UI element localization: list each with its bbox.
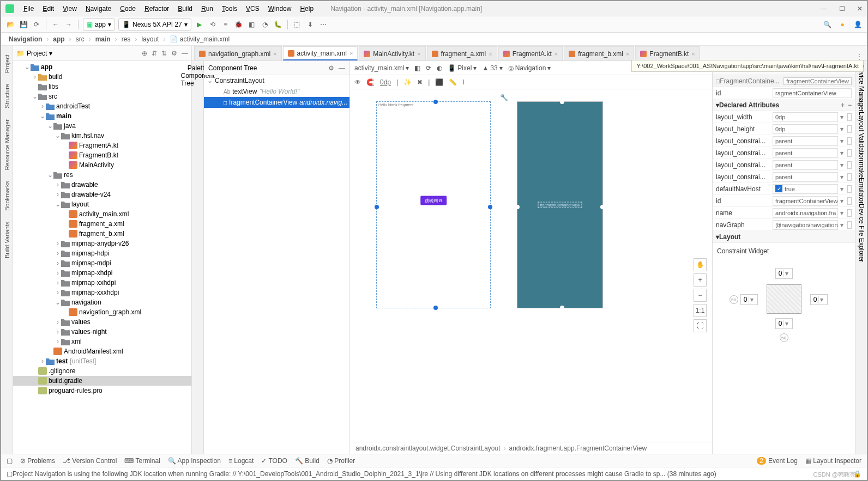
strip-build-variants[interactable]: Build Variants [4, 222, 10, 258]
theme-pill[interactable]: ◎ Navigation ▾ [508, 64, 551, 72]
tree-values[interactable]: ›values [13, 317, 191, 327]
crumb-res[interactable]: res [119, 35, 133, 43]
blueprint-preview[interactable]: fragmentContainerView [517, 101, 603, 308]
run-icon[interactable]: ▶ [195, 20, 204, 29]
search-icon[interactable]: 🔍 [822, 20, 832, 29]
section-layout[interactable]: ▾ Layout [713, 231, 855, 243]
strip-resource-manager[interactable]: Resource Manager [4, 119, 10, 171]
settings-icon[interactable]: ⚙ [171, 50, 177, 57]
tab-fragment_a.xml[interactable]: fragment_a.xml× [427, 46, 497, 60]
zoom-full-icon[interactable]: ⛶ [694, 319, 707, 332]
lcrumb-0[interactable]: androidx.constraintlayout.widget.Constra… [355, 445, 501, 452]
crumb-app[interactable]: app [51, 35, 67, 43]
crumb-layout[interactable]: layout [139, 35, 161, 43]
collapse-icon[interactable]: ⇅ [161, 50, 167, 57]
strip-bookmarks[interactable]: Bookmarks [4, 181, 10, 211]
attr-layout_height[interactable]: layout_height0dp▾ [713, 123, 855, 135]
attr-layout_constrai...[interactable]: layout_constrai...parent▾ [713, 135, 855, 147]
attr-layout_width[interactable]: layout_width0dp▾ [713, 111, 855, 123]
strip-device-file-explorer[interactable]: Device File Explorer [858, 204, 865, 262]
tree-test[interactable]: ›test[unitTest] [13, 356, 191, 366]
device-combo[interactable]: 📱Nexus 5X API 27▾ [118, 19, 191, 31]
debug-icon[interactable]: 🐞 [234, 20, 244, 29]
more-icon[interactable]: ⋯ [318, 20, 328, 29]
target-icon[interactable]: ⊕ [142, 50, 147, 57]
gear-icon[interactable]: ⚙ [328, 64, 334, 72]
file-pill[interactable]: activity_main.xml ▾ [354, 64, 409, 72]
crumb-main[interactable]: main [93, 35, 113, 43]
margin-pill[interactable]: 0dp [380, 78, 391, 86]
sync-icon[interactable]: ⟳ [32, 20, 41, 29]
minimize-icon[interactable]: — [821, 5, 827, 13]
menu-vcs[interactable]: VCS [242, 3, 263, 14]
constraint-widget[interactable]: Constraint Widget 0▾ 0▾ 0▾ 0▾ 50 50 [713, 243, 855, 454]
strip-project[interactable]: Project [4, 54, 10, 73]
clear-icon[interactable]: ✖ [417, 78, 423, 86]
ct-fragmentContainerView[interactable]: □fragmentContainerView androidx.navig... [204, 97, 349, 108]
device-pill[interactable]: 📱 Pixel ▾ [448, 64, 477, 72]
attr-navGraph[interactable]: navGraph@navigation/navigation▾ [713, 219, 855, 231]
close-tab-icon[interactable]: × [417, 51, 420, 57]
status-app-inspection[interactable]: 🔍 App Inspection [168, 457, 221, 465]
status-profiler[interactable]: ◔ Profiler [327, 457, 355, 465]
profile-icon[interactable]: ◔ [260, 20, 270, 29]
section-declared[interactable]: ▾ Declared Attributes +− [713, 99, 855, 111]
zoom-in-icon[interactable]: + [694, 273, 707, 287]
guideline-icon[interactable]: 📏 [449, 78, 457, 86]
tree-androidTest[interactable]: ›androidTest [13, 101, 191, 111]
menu-edit[interactable]: Edit [39, 3, 58, 14]
tree-values-night[interactable]: ›values-night [13, 327, 191, 337]
tree-FragmentB.kt[interactable]: FragmentB.kt [13, 150, 191, 160]
tab-MainActivity.kt[interactable]: MainActivity.kt× [359, 46, 425, 60]
status-build[interactable]: 🔨 Build [295, 457, 320, 465]
status-problems[interactable]: ⊘ Problems [20, 457, 55, 465]
attr-defaultNavHost[interactable]: defaultNavHost✓true▾ [713, 183, 855, 195]
add-icon[interactable]: + [841, 101, 845, 109]
tree-mipmap-mdpi[interactable]: ›mipmap-mdpi [13, 258, 191, 268]
sdk-icon[interactable]: ⬇ [305, 20, 315, 29]
status-icon[interactable]: ▢ [7, 470, 13, 478]
design-preview[interactable]: Hello blank fragment 跳转到 B [376, 101, 491, 308]
close-tab-icon[interactable]: × [273, 51, 276, 57]
run-config-combo[interactable]: ▣app▾ [83, 19, 115, 31]
magnet-icon[interactable]: 🧲 [366, 78, 375, 86]
tab-FragmentB.kt[interactable]: FragmentB.kt× [635, 46, 700, 60]
crumb-src[interactable]: src [74, 35, 87, 43]
menu-navigate[interactable]: Navigate [82, 3, 115, 14]
tree-drawable[interactable]: ›drawable [13, 180, 191, 190]
tree-fragment_b.xml[interactable]: fragment_b.xml [13, 229, 191, 239]
menu-file[interactable]: File [20, 3, 38, 14]
tree-mipmap-xhdpi[interactable]: ›mipmap-xhdpi [13, 268, 191, 278]
tree-mipmap-anydpi-v26[interactable]: ›mipmap-anydpi-v26 [13, 239, 191, 248]
menu-view[interactable]: View [59, 3, 81, 14]
status-logcat[interactable]: ≡ Logcat [228, 457, 254, 465]
attr-name[interactable]: nameandroidx.navigation.fra▾ [713, 207, 855, 219]
strip-structure[interactable]: Structure [4, 84, 10, 108]
close-tab-icon[interactable]: × [626, 51, 629, 57]
coverage-icon[interactable]: ◧ [247, 20, 257, 29]
tree-navigation[interactable]: ⌄navigation [13, 297, 191, 307]
apply-code-icon[interactable]: ≡ [221, 20, 231, 29]
attr-layout_constrai...[interactable]: layout_constrai...parent▾ [713, 159, 855, 171]
close-tab-icon[interactable]: × [489, 51, 492, 57]
close-icon[interactable]: ✕ [857, 5, 863, 13]
tree-mipmap-hdpi[interactable]: ›mipmap-hdpi [13, 248, 191, 258]
menu-code[interactable]: Code [116, 3, 140, 14]
strip-layout-validation[interactable]: Layout Validation [858, 112, 865, 161]
attr-layout_constrai...[interactable]: layout_constrai...parent▾ [713, 147, 855, 159]
tab-FragmentA.kt[interactable]: FragmentA.kt× [498, 46, 563, 60]
project-view-selector[interactable]: 📁 Project ▾ [16, 50, 52, 57]
menu-help[interactable]: Help [296, 3, 317, 14]
updates-icon[interactable]: ● [837, 20, 847, 29]
event-log[interactable]: 2 Event Log [757, 457, 798, 465]
layers-icon[interactable]: ◧ [414, 64, 420, 72]
status-terminal[interactable]: ⌨ Terminal [124, 457, 160, 465]
crumb-Navigation[interactable]: Navigation [7, 35, 44, 43]
tree-kim.hsl.nav[interactable]: ⌄kim.hsl.nav [13, 131, 191, 141]
night-icon[interactable]: ◐ [437, 64, 442, 72]
design-canvas[interactable]: 🔧 Hello blank fragment 跳转到 B [350, 89, 712, 442]
statusbar-toggle-icon[interactable]: ▢ [7, 457, 13, 465]
layout-inspector[interactable]: ▦ Layout Inspector [805, 457, 861, 465]
ct-ConstraintLayout[interactable]: ⌄ConstraintLayout [204, 75, 349, 86]
tab-navigation_graph.xml[interactable]: navigation_graph.xml× [194, 46, 282, 60]
